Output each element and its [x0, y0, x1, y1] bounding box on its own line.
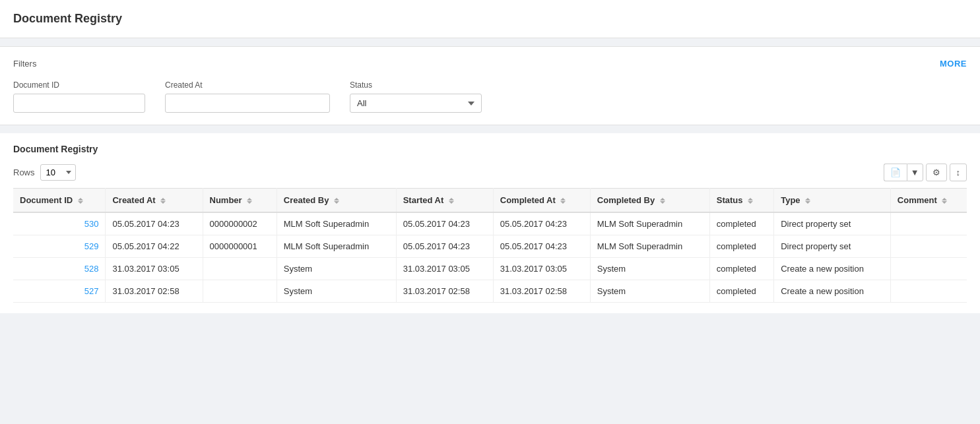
cell-status: completed	[709, 258, 773, 280]
export-icon: 📄	[890, 167, 901, 177]
document-id-label: Document ID	[13, 80, 145, 90]
col-created-at[interactable]: Created At	[106, 189, 203, 213]
col-comment[interactable]: Comment	[890, 189, 967, 213]
cell-comment	[890, 258, 967, 280]
rows-select[interactable]: 5 10 25 50 100	[40, 164, 76, 181]
col-doc-id-label: Document ID	[20, 195, 73, 205]
page-title: Document Registry	[13, 12, 122, 25]
cell-created-by: System	[277, 258, 396, 280]
status-filter: Status All Completed Pending In Progress	[350, 80, 482, 113]
chevron-down-icon: ▼	[911, 167, 919, 177]
table-row: 52905.05.2017 04:220000000001MLM Soft Su…	[13, 235, 967, 258]
doc-id-link[interactable]: 529	[84, 241, 99, 251]
cell-status: completed	[709, 280, 773, 303]
page-header: Document Registry	[0, 0, 980, 38]
cell-completed-at: 31.03.2017 03:05	[493, 258, 590, 280]
col-type[interactable]: Type	[774, 189, 891, 213]
gear-icon: ⚙	[932, 167, 940, 177]
sort-completed-at	[560, 198, 566, 204]
cell-status: completed	[709, 235, 773, 258]
filters-header: Filters MORE	[13, 59, 967, 69]
filters-fields: Document ID Created At Status All Comple…	[13, 80, 967, 113]
table-row: 53005.05.2017 04:230000000002MLM Soft Su…	[13, 212, 967, 235]
col-status-label: Status	[717, 195, 743, 205]
sort-down-icon	[660, 201, 665, 204]
sort-down-icon	[78, 201, 83, 204]
export-button[interactable]: 📄	[884, 164, 907, 181]
cell-doc-id: 528	[13, 258, 106, 280]
sort-up-icon	[748, 198, 753, 200]
sort-down-icon	[334, 201, 339, 204]
document-id-input[interactable]	[13, 94, 145, 113]
table-section: Document Registry Rows 5 10 25 50 100 📄 …	[0, 133, 980, 313]
cell-type: Direct property set	[774, 235, 891, 258]
sort-type	[805, 198, 810, 204]
doc-id-link[interactable]: 527	[84, 286, 99, 296]
status-select[interactable]: All Completed Pending In Progress	[350, 94, 482, 113]
cell-started-at: 05.05.2017 04:23	[396, 212, 493, 235]
expand-button[interactable]: ↕	[950, 164, 967, 181]
cell-created-at: 31.03.2017 02:58	[106, 280, 203, 303]
col-started-at[interactable]: Started At	[396, 189, 493, 213]
settings-button[interactable]: ⚙	[926, 164, 947, 181]
cell-status: completed	[709, 212, 773, 235]
col-comment-label: Comment	[898, 195, 937, 205]
col-completed-by-label: Completed By	[597, 195, 655, 205]
sort-number	[247, 198, 252, 204]
cell-type: Create a new position	[774, 258, 891, 280]
col-doc-id[interactable]: Document ID	[13, 189, 106, 213]
cell-started-at: 31.03.2017 03:05	[396, 258, 493, 280]
sort-up-icon	[942, 198, 947, 200]
sort-down-icon	[247, 201, 252, 204]
cell-created-by: MLM Soft Superadmin	[277, 212, 396, 235]
export-dropdown-button[interactable]: ▼	[907, 164, 923, 181]
table-body: 53005.05.2017 04:230000000002MLM Soft Su…	[13, 212, 967, 303]
cell-number	[203, 280, 277, 303]
header-row: Document ID Created At Number	[13, 189, 967, 213]
sort-up-icon	[78, 198, 83, 200]
cell-comment	[890, 280, 967, 303]
cell-type: Direct property set	[774, 212, 891, 235]
col-status[interactable]: Status	[709, 189, 773, 213]
doc-id-link[interactable]: 528	[84, 264, 99, 274]
col-number-label: Number	[210, 195, 242, 205]
sort-down-icon	[748, 201, 753, 204]
col-completed-at-label: Completed At	[500, 195, 556, 205]
filters-label: Filters	[13, 59, 36, 69]
filters-section: Filters MORE Document ID Created At Stat…	[0, 46, 980, 125]
sort-completed-by	[660, 198, 665, 204]
sort-down-icon	[449, 201, 454, 204]
sort-created-by	[334, 198, 339, 204]
created-at-filter: Created At	[165, 80, 330, 113]
cell-started-at: 05.05.2017 04:23	[396, 235, 493, 258]
col-completed-at[interactable]: Completed At	[493, 189, 590, 213]
cell-created-at: 05.05.2017 04:23	[106, 212, 203, 235]
sort-down-icon	[805, 201, 810, 204]
cell-created-at: 31.03.2017 03:05	[106, 258, 203, 280]
expand-icon: ↕	[956, 167, 961, 177]
status-label: Status	[350, 80, 482, 90]
col-created-by[interactable]: Created By	[277, 189, 396, 213]
col-completed-by[interactable]: Completed By	[590, 189, 709, 213]
cell-completed-at: 05.05.2017 04:23	[493, 235, 590, 258]
cell-number: 0000000002	[203, 212, 277, 235]
cell-number	[203, 258, 277, 280]
table-section-title: Document Registry	[13, 144, 967, 154]
sort-up-icon	[660, 198, 665, 200]
sort-comment	[942, 198, 947, 204]
sort-down-icon	[560, 201, 566, 204]
cell-started-at: 31.03.2017 02:58	[396, 280, 493, 303]
doc-id-link[interactable]: 530	[84, 219, 99, 229]
table-header: Document ID Created At Number	[13, 189, 967, 213]
table-row: 52731.03.2017 02:58System31.03.2017 02:5…	[13, 280, 967, 303]
sort-up-icon	[560, 198, 566, 200]
cell-completed-at: 05.05.2017 04:23	[493, 212, 590, 235]
created-at-input[interactable]	[165, 94, 330, 113]
cell-completed-by: MLM Soft Superadmin	[590, 235, 709, 258]
rows-control: Rows 5 10 25 50 100	[13, 164, 76, 181]
col-number[interactable]: Number	[203, 189, 277, 213]
more-link[interactable]: MORE	[940, 59, 967, 69]
export-button-group: 📄 ▼	[884, 164, 923, 181]
sort-created-at	[160, 198, 166, 204]
cell-created-by: System	[277, 280, 396, 303]
